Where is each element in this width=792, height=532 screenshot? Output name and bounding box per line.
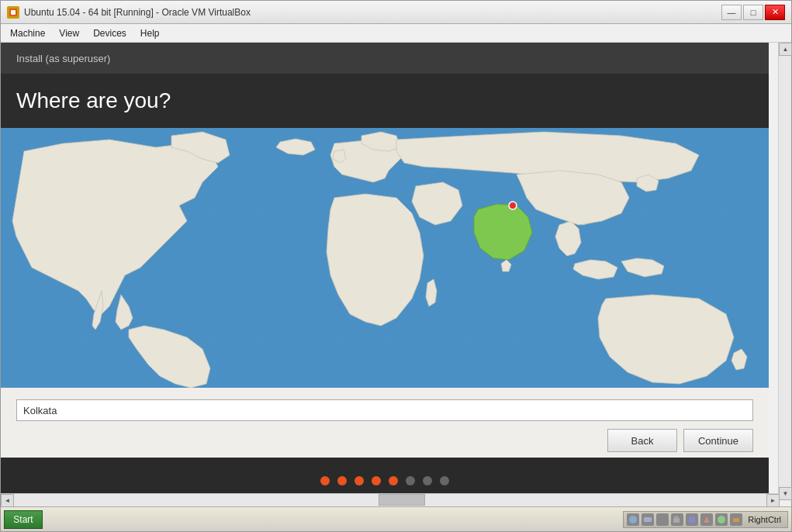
start-button[interactable]: Start — [4, 510, 43, 529]
title-bar: Ubuntu 15.04 - 64 bit [Running] - Oracle… — [1, 1, 791, 24]
tray-icon-4 — [671, 513, 683, 526]
svg-rect-32 — [689, 516, 695, 523]
installer-title-section: Where are you? — [1, 74, 769, 128]
svg-rect-1 — [11, 10, 16, 15]
tray-icon-8 — [730, 513, 742, 526]
svg-rect-31 — [675, 516, 678, 519]
progress-dot-6 — [406, 476, 415, 485]
tray-icon-2 — [642, 513, 654, 526]
window-title: Ubuntu 15.04 - 64 bit [Running] - Oracle… — [24, 7, 251, 18]
back-button[interactable]: Back — [607, 429, 677, 452]
taskbar-left: Start — [4, 510, 43, 529]
svg-point-25 — [509, 202, 517, 209]
svg-point-34 — [718, 516, 725, 523]
menu-bar: Machine View Devices Help — [1, 24, 791, 43]
scroll-up-button[interactable]: ▲ — [779, 43, 792, 56]
scrollbar-bottom: ◄ ► — [1, 493, 780, 506]
window-icon — [7, 6, 19, 19]
taskbar: Start — [1, 506, 791, 531]
taskbar-right: RightCtrl — [623, 511, 788, 528]
map-area[interactable] — [1, 128, 769, 388]
title-bar-left: Ubuntu 15.04 - 64 bit [Running] - Oracle… — [7, 6, 251, 19]
vm-area: Install (as superuser) Where are you? — [1, 43, 769, 523]
scroll-left-button[interactable]: ◄ — [1, 494, 14, 507]
tray-icon-1 — [627, 513, 639, 526]
progress-dot-4 — [372, 476, 381, 485]
installer-title: Where are you? — [16, 88, 171, 113]
scroll-right-button[interactable]: ► — [766, 494, 780, 507]
scroll-thumb[interactable] — [379, 494, 425, 506]
button-row: Back Continue — [1, 429, 769, 452]
continue-button[interactable]: Continue — [683, 429, 753, 452]
progress-dot-2 — [337, 476, 347, 485]
world-map-svg[interactable] — [1, 128, 769, 388]
tray-icon-6 — [700, 513, 713, 526]
svg-rect-27 — [644, 517, 652, 522]
tray-icon-5 — [686, 513, 698, 526]
progress-dot-5 — [389, 476, 398, 485]
location-input[interactable] — [16, 399, 753, 421]
tray-icon-7 — [715, 513, 728, 526]
main-window: Ubuntu 15.04 - 64 bit [Running] - Oracle… — [0, 0, 792, 532]
scrollbar-right: ▲ ▼ — [778, 43, 791, 500]
scroll-track — [14, 494, 766, 506]
title-bar-controls: — □ ✕ — [721, 5, 785, 20]
menu-machine[interactable]: Machine — [4, 26, 51, 40]
installer-bottom: Back Continue — [1, 388, 769, 458]
map-background — [1, 128, 769, 388]
svg-rect-35 — [733, 518, 739, 522]
installer-header: Install (as superuser) — [1, 43, 769, 74]
svg-marker-33 — [704, 516, 710, 523]
close-button[interactable]: ✕ — [765, 5, 785, 20]
location-input-row — [1, 388, 769, 429]
maximize-button[interactable]: □ — [743, 5, 763, 20]
menu-help[interactable]: Help — [134, 26, 166, 40]
scroll-down-button[interactable]: ▼ — [779, 487, 792, 500]
menu-view[interactable]: View — [53, 26, 85, 40]
tray-icon-3 — [656, 513, 669, 526]
menu-devices[interactable]: Devices — [87, 26, 133, 40]
progress-dot-7 — [423, 476, 432, 485]
svg-point-26 — [629, 516, 637, 523]
clock-display: RightCtrl — [745, 515, 784, 524]
progress-dot-3 — [354, 476, 364, 485]
minimize-button[interactable]: — — [721, 5, 742, 20]
progress-dot-1 — [320, 476, 330, 485]
system-tray: RightCtrl — [623, 511, 788, 528]
header-label: Install (as superuser) — [16, 53, 110, 64]
installer: Install (as superuser) Where are you? — [1, 43, 769, 516]
progress-dot-8 — [440, 476, 449, 485]
